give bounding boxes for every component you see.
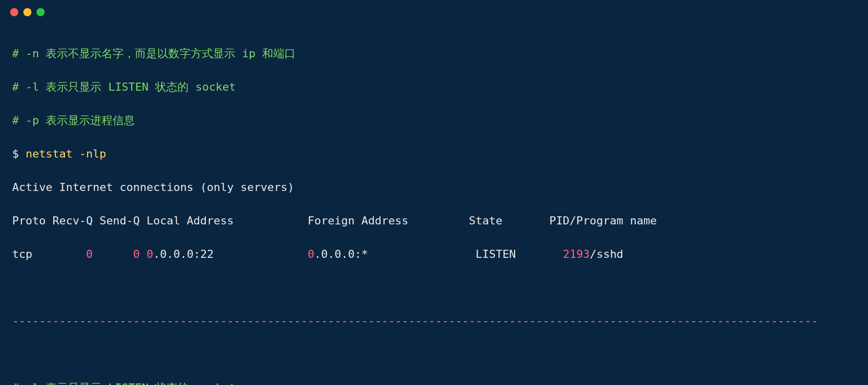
terminal-window: # -n 表示不显示名字，而是以数字方式显示 ip 和端口 # -l 表示只显示… (0, 0, 868, 385)
comment-line: # -n 表示不显示名字，而是以数字方式显示 ip 和端口 (12, 47, 296, 60)
comment-line: # -l 表示只显示 LISTEN 状态的 socket (12, 381, 236, 385)
minimize-icon[interactable] (23, 8, 31, 16)
command: netstat -nlp (26, 147, 106, 160)
separator: ----------------------------------------… (12, 315, 818, 327)
close-icon[interactable] (10, 8, 18, 16)
output-title: Active Internet connections (only server… (12, 181, 294, 194)
titlebar (0, 0, 868, 20)
maximize-icon[interactable] (37, 8, 45, 16)
prompt: $ (12, 147, 26, 160)
comment-line: # -p 表示显示进程信息 (12, 114, 135, 127)
table-header: Proto Recv-Q Send-Q Local Address Foreig… (12, 214, 657, 227)
comment-line: # -l 表示只显示 LISTEN 状态的 socket (12, 81, 236, 93)
table-row: tcp 0 0 0.0.0.0:22 0.0.0.0:* LISTEN 2193… (12, 246, 856, 262)
terminal-content: # -n 表示不显示名字，而是以数字方式显示 ip 和端口 # -l 表示只显示… (0, 20, 868, 385)
